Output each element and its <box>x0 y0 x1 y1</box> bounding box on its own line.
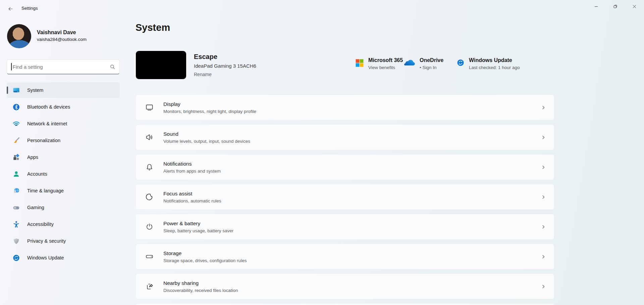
settings-row-subtitle: Discoverability, received files location <box>163 288 238 293</box>
power-battery-icon <box>145 223 154 231</box>
profile-name: Vaishnavi Dave <box>37 29 76 36</box>
onedrive-icon <box>404 59 415 66</box>
settings-row-subtitle: Alerts from apps and system <box>163 169 221 174</box>
system-icon <box>12 86 20 94</box>
chevron-right-icon <box>541 165 546 170</box>
settings-row-subtitle: Volume levels, output, input, sound devi… <box>163 139 250 144</box>
close-button[interactable] <box>625 0 644 13</box>
sidebar-item[interactable]: Bluetooth & devices <box>7 99 120 115</box>
chevron-right-icon <box>541 105 546 110</box>
accounts-icon <box>12 170 20 178</box>
settings-row-title: Notifications <box>163 161 221 167</box>
sidebar-item[interactable]: Apps <box>7 149 120 165</box>
network-icon <box>12 120 20 128</box>
settings-row-subtitle: Storage space, drives, configuration rul… <box>163 258 247 263</box>
sidebar-item-label: Accounts <box>27 171 47 177</box>
settings-row[interactable]: Focus assist Notifications, automatic ru… <box>136 184 554 210</box>
notifications-icon <box>145 163 154 171</box>
sidebar-item-label: Apps <box>27 155 38 160</box>
sidebar-item[interactable]: System <box>7 82 120 98</box>
settings-row[interactable]: Nearby sharing Discoverability, received… <box>136 273 554 299</box>
windows-update-icon <box>12 254 20 262</box>
onedrive-sign-in[interactable]: • Sign In <box>420 65 443 70</box>
chevron-right-icon <box>541 224 546 230</box>
settings-row-title: Focus assist <box>163 191 221 197</box>
windows-update-card[interactable]: Windows Update Last checked: 1 hour ago <box>457 57 520 70</box>
settings-list: Display Monitors, brightness, night ligh… <box>136 95 554 305</box>
gaming-icon <box>12 204 20 211</box>
settings-row-subtitle: Monitors, brightness, night light, displ… <box>163 109 256 114</box>
settings-row[interactable]: Sound Volume levels, output, input, soun… <box>136 124 554 150</box>
sidebar-item-label: Windows Update <box>27 255 64 260</box>
bluetooth-icon <box>12 103 20 111</box>
microsoft-logo-icon <box>355 59 364 67</box>
sidebar-item[interactable]: Accounts <box>7 166 120 182</box>
chevron-right-icon <box>541 254 546 259</box>
settings-row-partial[interactable] <box>136 303 554 305</box>
restore-icon <box>613 5 617 8</box>
sidebar-nav: System Bluetooth & devices Network & int… <box>7 82 120 267</box>
sidebar-item-label: Gaming <box>27 205 44 210</box>
windows-update-last-checked: Last checked: 1 hour ago <box>469 65 520 70</box>
sidebar-item[interactable]: Network & internet <box>7 116 120 131</box>
chevron-right-icon <box>541 284 546 289</box>
device-model: IdeaPad Gaming 3 15ACH6 <box>194 63 256 69</box>
sidebar-item[interactable]: Gaming <box>7 200 120 215</box>
sidebar-item-label: Privacy & security <box>27 238 66 244</box>
nearby-sharing-icon <box>145 282 154 291</box>
sidebar-item-label: Time & language <box>27 188 64 193</box>
search-placeholder: Find a setting <box>13 64 110 70</box>
display-icon <box>145 103 154 112</box>
rename-link[interactable]: Rename <box>194 72 212 77</box>
avatar[interactable] <box>7 24 31 48</box>
windows-update-title: Windows Update <box>469 57 520 63</box>
sound-icon <box>145 133 154 141</box>
settings-row[interactable]: Storage Storage space, drives, configura… <box>136 244 554 269</box>
settings-row-title: Power & battery <box>163 221 233 227</box>
search-input[interactable]: Find a setting <box>7 59 120 74</box>
settings-row[interactable]: Power & battery Sleep, battery usage, ba… <box>136 214 554 240</box>
window-title: Settings <box>21 6 38 11</box>
device-thumbnail <box>136 51 186 79</box>
sidebar-item-label: Accessibility <box>27 222 54 227</box>
chevron-right-icon <box>541 194 546 200</box>
page-title: System <box>136 22 170 33</box>
sidebar-item[interactable]: Accessibility <box>7 217 120 232</box>
search-icon <box>110 64 115 70</box>
accessibility-icon <box>12 221 20 228</box>
update-status-icon <box>457 59 465 67</box>
profile-email: vaisha284@outlook.com <box>37 37 87 42</box>
settings-row-title: Nearby sharing <box>163 280 238 286</box>
settings-row-title: Sound <box>163 131 250 137</box>
device-name: Escape <box>194 53 217 61</box>
apps-icon <box>12 154 20 161</box>
sidebar-item[interactable]: Time & language <box>7 183 120 198</box>
settings-row-subtitle: Sleep, battery usage, battery saver <box>163 228 233 233</box>
onedrive-card[interactable]: OneDrive • Sign In <box>404 57 443 70</box>
settings-row-title: Display <box>163 101 256 107</box>
sidebar-item[interactable]: Privacy & security <box>7 233 120 249</box>
personalization-icon <box>12 137 20 144</box>
storage-icon <box>145 252 154 261</box>
microsoft-365-card[interactable]: Microsoft 365 View benefits <box>355 57 403 70</box>
privacy-security-icon <box>12 237 20 245</box>
back-arrow-icon <box>8 6 13 12</box>
settings-row[interactable]: Notifications Alerts from apps and syste… <box>136 154 554 180</box>
restore-button[interactable] <box>606 0 625 13</box>
onedrive-title: OneDrive <box>420 57 443 63</box>
sidebar-item-label: Bluetooth & devices <box>27 104 70 110</box>
close-icon <box>633 5 636 8</box>
sidebar-item[interactable]: Personalization <box>7 133 120 148</box>
microsoft-365-title: Microsoft 365 <box>368 57 403 63</box>
sidebar-item-label: Personalization <box>27 138 60 143</box>
focus-assist-icon <box>145 193 154 201</box>
settings-row-subtitle: Notifications, automatic rules <box>163 198 221 203</box>
settings-row-title: Storage <box>163 250 247 256</box>
microsoft-365-subtitle[interactable]: View benefits <box>368 65 403 70</box>
settings-row[interactable]: Display Monitors, brightness, night ligh… <box>136 95 554 120</box>
minimize-button[interactable] <box>587 0 606 13</box>
back-button[interactable] <box>5 4 16 13</box>
sidebar-item[interactable]: Windows Update <box>7 250 120 265</box>
chevron-right-icon <box>541 135 546 140</box>
text-cursor <box>11 63 12 70</box>
